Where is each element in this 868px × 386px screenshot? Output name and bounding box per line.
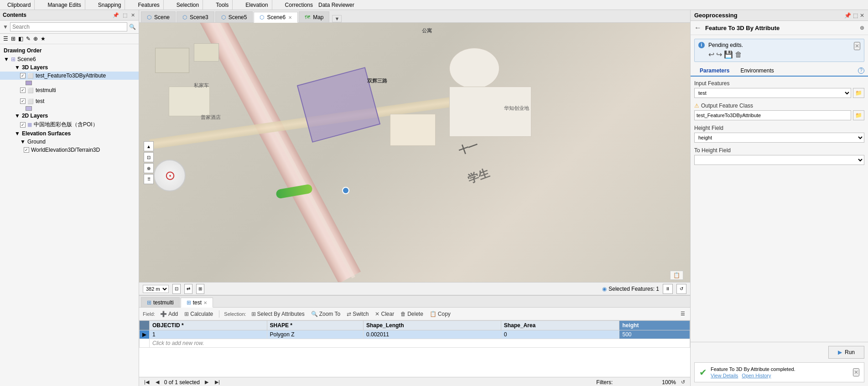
layer3-checkbox[interactable] bbox=[20, 98, 26, 104]
objectid-header[interactable]: OBJECTID * bbox=[150, 321, 267, 330]
terrain-checkbox[interactable] bbox=[24, 147, 29, 153]
scene3-tab[interactable]: ⬡ Scene3 bbox=[177, 11, 214, 22]
output-feature-class-input[interactable] bbox=[694, 110, 851, 120]
zoom-in-button[interactable]: ▲ bbox=[144, 141, 154, 151]
prev-page-button[interactable]: ◀ bbox=[154, 379, 161, 386]
map-label-6: 学生 bbox=[466, 165, 491, 186]
shape-area-header[interactable]: Shape_Area bbox=[501, 321, 619, 330]
height-field-select[interactable]: height bbox=[694, 133, 864, 143]
3d-layers-item[interactable]: ▼ 3D Layers bbox=[0, 63, 139, 72]
geo-float-button[interactable]: ⬚ bbox=[853, 12, 858, 19]
more-options-button[interactable]: ☰ bbox=[679, 310, 686, 317]
scene-tab[interactable]: ⬡ Scene bbox=[141, 11, 176, 22]
add-to-favorites-button[interactable]: ⊕ bbox=[860, 25, 864, 31]
back-button[interactable]: ← bbox=[694, 24, 702, 32]
table-button[interactable]: ⊞ bbox=[196, 284, 204, 294]
add-group-button[interactable]: ⊕ bbox=[33, 35, 38, 42]
fit-extent-button[interactable]: ⊡ bbox=[172, 284, 181, 294]
map-tab[interactable]: 🗺 Map bbox=[299, 11, 329, 22]
geo-close-button[interactable]: ✕ bbox=[860, 12, 864, 19]
test-tab[interactable]: ⊞ test ✕ bbox=[181, 298, 213, 308]
to-height-field-group: To Height Field bbox=[694, 147, 864, 165]
input-features-folder-button[interactable]: 📁 bbox=[853, 88, 864, 98]
scale-select[interactable]: 382 m bbox=[143, 285, 169, 293]
selection-group: Selection bbox=[173, 0, 203, 10]
scene6-tab[interactable]: ⬡ Scene6 ✕ bbox=[254, 12, 298, 23]
compass[interactable]: ⊙ bbox=[154, 160, 186, 191]
redo-button[interactable]: ↪ bbox=[716, 50, 722, 59]
search-button[interactable]: 🔍 bbox=[129, 24, 136, 30]
testmulti-tab-icon: ⊞ bbox=[147, 299, 151, 306]
calculate-button[interactable]: ⊞ Calculate bbox=[183, 310, 214, 318]
last-page-button[interactable]: ▶| bbox=[213, 379, 221, 386]
2d-layers-item[interactable]: ▼ 2D Layers bbox=[0, 112, 139, 120]
discard-edits-button[interactable]: 🗑 bbox=[735, 50, 742, 59]
layer1-item[interactable]: ⬜ test_FeatureTo3DByAttribute bbox=[0, 72, 139, 80]
layers-button[interactable]: ◧ bbox=[18, 35, 24, 42]
success-banner: ✔ Feature To 3D By Attribute completed. … bbox=[694, 362, 864, 382]
float-button[interactable]: ⬚ bbox=[122, 12, 128, 18]
star-button[interactable]: ★ bbox=[40, 35, 46, 42]
search-input[interactable] bbox=[10, 22, 127, 31]
list-view-button[interactable]: ☰ bbox=[3, 35, 9, 42]
layer4-item[interactable]: ▦ 中国地图彩色版（含POI） bbox=[0, 120, 139, 129]
success-close-button[interactable]: ✕ bbox=[853, 368, 859, 376]
clear-button[interactable]: ✕ Clear bbox=[374, 310, 395, 318]
output-feature-class-folder-button[interactable]: 📁 bbox=[853, 110, 864, 120]
ground-item[interactable]: ▼ Ground bbox=[0, 138, 139, 146]
environments-tab[interactable]: Environments bbox=[735, 66, 779, 77]
select-by-attr-button[interactable]: ⊞ Select By Attributes bbox=[250, 310, 306, 318]
geo-pin-button[interactable]: 📌 bbox=[844, 12, 851, 19]
first-page-button[interactable]: |◀ bbox=[143, 379, 151, 386]
shape-header[interactable]: SHAPE * bbox=[267, 321, 363, 330]
view-details-link[interactable]: View Details bbox=[711, 373, 738, 378]
more-tabs-button[interactable]: ▼ bbox=[332, 15, 342, 22]
pause-button[interactable]: ⏸ bbox=[663, 284, 673, 294]
layer2-item[interactable]: ⬜ testmulti bbox=[0, 86, 139, 94]
terrain-item[interactable]: WorldElevation3D/Terrain3D bbox=[0, 146, 139, 154]
layer3-item[interactable]: ⬜ test bbox=[0, 97, 139, 105]
delete-button[interactable]: 🗑 Delete bbox=[399, 310, 425, 318]
switch-button[interactable]: ⇄ Switch bbox=[345, 310, 370, 318]
copy-button[interactable]: 📋 Copy bbox=[428, 310, 452, 318]
zoom-to-button[interactable]: 🔍 Zoom To bbox=[310, 310, 342, 318]
refresh-attr-button[interactable]: ↺ bbox=[680, 379, 686, 386]
scene6-item[interactable]: ▼ ⊞ Scene6 bbox=[0, 55, 139, 63]
layer1-checkbox[interactable] bbox=[20, 73, 26, 78]
pin-button[interactable]: 📌 bbox=[112, 12, 120, 18]
shape-length-header[interactable]: Shape_Length bbox=[363, 321, 501, 330]
more-button[interactable]: ⠿ bbox=[144, 174, 154, 184]
sync-button[interactable]: ⇄ bbox=[184, 284, 192, 294]
parameters-tab[interactable]: Parameters bbox=[694, 66, 735, 77]
input-features-select[interactable]: test bbox=[694, 88, 851, 98]
add-field-button[interactable]: ➕ Add bbox=[159, 310, 179, 318]
height-header[interactable]: height bbox=[619, 321, 690, 330]
save-edits-button[interactable]: 💾 bbox=[724, 50, 733, 59]
cylinder-button[interactable]: ⊞ bbox=[10, 35, 16, 42]
pending-close-button[interactable]: ✕ bbox=[854, 42, 860, 50]
test-tab-close[interactable]: ✕ bbox=[203, 300, 207, 305]
click-to-add-cell[interactable]: Click to add new row. bbox=[150, 339, 690, 348]
layer2-checkbox[interactable] bbox=[20, 87, 26, 93]
edit-button[interactable]: ✎ bbox=[26, 35, 31, 42]
extent-button[interactable]: ⊡ bbox=[144, 152, 154, 162]
to-height-field-select[interactable] bbox=[694, 155, 864, 165]
help-icon[interactable]: ? bbox=[858, 67, 864, 74]
copy-overlay-button[interactable]: 📋 bbox=[670, 271, 683, 280]
click-to-add-row[interactable]: Click to add new row. bbox=[140, 339, 690, 348]
layer4-checkbox[interactable] bbox=[20, 122, 26, 128]
locate-button[interactable]: ⊕ bbox=[144, 163, 154, 173]
testmulti-tab[interactable]: ⊞ testmulti bbox=[141, 297, 180, 307]
refresh-button[interactable]: ↺ bbox=[676, 284, 686, 294]
undo-button[interactable]: ↩ bbox=[708, 50, 714, 59]
map-area[interactable]: 公寓 私家车 普家酒店 双辉三路 十一 学生 华知创业地 ▲ ⊡ ⊕ ⠿ bbox=[139, 23, 690, 282]
table-row[interactable]: ▶ 1 Polygon Z 0.002011 0 500 bbox=[140, 330, 690, 339]
next-page-button[interactable]: ▶ bbox=[203, 379, 210, 386]
scene5-tab[interactable]: ⬡ Scene5 bbox=[215, 11, 253, 22]
contents-title: Contents bbox=[3, 12, 26, 18]
scene6-tab-close[interactable]: ✕ bbox=[288, 15, 292, 20]
open-history-link[interactable]: Open History bbox=[742, 373, 771, 378]
run-button[interactable]: ▶ Run bbox=[828, 346, 864, 359]
elevation-surfaces-item[interactable]: ▼ Elevation Surfaces bbox=[0, 129, 139, 138]
close-contents-button[interactable]: ✕ bbox=[130, 12, 136, 18]
